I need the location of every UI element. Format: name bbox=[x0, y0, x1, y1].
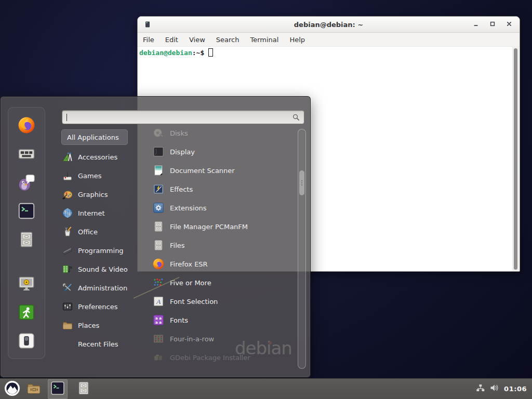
firefox-icon bbox=[152, 258, 165, 270]
menubar-item[interactable]: Terminal bbox=[250, 36, 278, 44]
window-title: debian@debian: ~ bbox=[138, 21, 520, 29]
app-item[interactable]: Extensions bbox=[139, 198, 298, 217]
accessories-icon bbox=[61, 151, 74, 163]
svg-text:A: A bbox=[156, 298, 161, 305]
taskbar-launcher[interactable] bbox=[48, 379, 68, 399]
session-button[interactable] bbox=[17, 331, 36, 351]
menu-scrollbar[interactable] bbox=[298, 129, 306, 369]
close-icon bbox=[506, 21, 512, 29]
category-item[interactable]: Administration bbox=[61, 278, 139, 297]
session-button[interactable] bbox=[17, 303, 36, 323]
category-item[interactable]: Preferences bbox=[61, 297, 139, 316]
favorite-launcher[interactable] bbox=[17, 230, 36, 250]
status-icon[interactable] bbox=[475, 383, 485, 395]
menubar-item[interactable]: Edit bbox=[165, 36, 178, 44]
favorite-launcher[interactable] bbox=[17, 173, 36, 193]
category-item[interactable]: Recent Files bbox=[61, 335, 139, 353]
menubar-item[interactable]: Help bbox=[289, 36, 305, 44]
file-cabinet-icon bbox=[17, 230, 36, 250]
app-item[interactable]: A Font Selection bbox=[139, 292, 298, 311]
menu-scrollbar-thumb[interactable] bbox=[299, 170, 304, 195]
category-item[interactable]: Internet bbox=[61, 204, 139, 222]
maximize-button[interactable] bbox=[487, 19, 498, 30]
app-item[interactable]: Four-in-a-row bbox=[139, 329, 298, 348]
menubar-item[interactable]: File bbox=[143, 36, 154, 44]
favorite-launchers bbox=[17, 116, 36, 250]
terminal-titlebar[interactable]: debian@debian: ~ bbox=[138, 17, 520, 33]
terminal-scrollbar-thumb[interactable] bbox=[514, 48, 517, 270]
category-item[interactable]: Office bbox=[61, 222, 139, 241]
app-item[interactable]: Five or More bbox=[139, 273, 298, 292]
font-selection-icon: A bbox=[152, 295, 165, 308]
taskbar-launcher[interactable] bbox=[75, 380, 92, 398]
status-icon[interactable] bbox=[489, 383, 499, 395]
application-menu: All Applications Accessories Games Graph… bbox=[0, 96, 311, 378]
clock[interactable]: 01:06 bbox=[504, 385, 527, 393]
menu-button[interactable] bbox=[3, 380, 21, 398]
category-item[interactable]: Places bbox=[61, 316, 139, 335]
close-button[interactable] bbox=[504, 19, 514, 30]
logout-icon bbox=[17, 303, 36, 323]
text-caret bbox=[66, 114, 67, 121]
app-item[interactable]: Files bbox=[139, 236, 298, 255]
administration-icon bbox=[61, 282, 74, 294]
app-item[interactable]: Firefox ESR bbox=[139, 255, 298, 273]
desktop: debian debian@debian: ~ bbox=[0, 0, 532, 399]
category-item[interactable]: Games bbox=[61, 166, 139, 185]
document-scanner-icon bbox=[152, 164, 165, 177]
preferences-icon bbox=[61, 300, 74, 313]
app-item[interactable]: GDebi Package Installer bbox=[139, 348, 298, 367]
app-item[interactable]: Document Scanner bbox=[139, 161, 298, 180]
terminal-scrollbar[interactable] bbox=[512, 47, 519, 271]
terminal-cursor bbox=[208, 48, 213, 57]
minimize-button[interactable] bbox=[471, 19, 481, 30]
search-input[interactable] bbox=[62, 110, 304, 124]
office-icon bbox=[61, 225, 74, 238]
app-item[interactable]: Display bbox=[139, 142, 298, 161]
network-icon bbox=[475, 383, 485, 395]
four-in-a-row-icon bbox=[152, 332, 165, 345]
disks-icon bbox=[152, 127, 165, 139]
category-item[interactable]: Programming bbox=[61, 241, 139, 260]
games-icon bbox=[61, 169, 74, 182]
favorites-panel bbox=[8, 107, 45, 359]
session-button[interactable] bbox=[17, 274, 36, 294]
taskbar-launcher[interactable] bbox=[25, 380, 43, 398]
pidgin-icon bbox=[17, 173, 36, 193]
internet-icon bbox=[61, 207, 74, 219]
folder-icon bbox=[26, 380, 42, 397]
taskbar: 01:06 bbox=[0, 378, 532, 399]
graphics-icon bbox=[61, 188, 74, 201]
application-list: Disks Display Document Scanner Effects bbox=[139, 124, 298, 368]
places-icon bbox=[61, 319, 74, 331]
lock-screen-icon bbox=[17, 274, 36, 295]
display-icon bbox=[152, 145, 165, 158]
effects-icon bbox=[152, 183, 165, 195]
minimize-icon bbox=[473, 21, 479, 29]
gdebi-icon bbox=[152, 351, 165, 364]
menubar-item[interactable]: View bbox=[189, 36, 205, 44]
programming-icon bbox=[61, 244, 74, 257]
session-buttons bbox=[17, 274, 36, 351]
menubar-item[interactable]: Search bbox=[216, 36, 240, 44]
file-cabinet-icon bbox=[152, 239, 165, 251]
favorite-launcher[interactable] bbox=[17, 202, 36, 221]
favorite-launcher[interactable] bbox=[17, 144, 36, 164]
prompt-path: :~$ bbox=[192, 49, 204, 57]
shutdown-icon bbox=[17, 331, 36, 352]
app-item[interactable]: Effects bbox=[139, 180, 298, 198]
extensions-icon bbox=[152, 202, 165, 214]
app-item[interactable]: Disks bbox=[139, 124, 298, 142]
firefox-icon bbox=[17, 116, 36, 136]
sound-video-icon bbox=[61, 263, 74, 275]
category-item[interactable]: Accessories bbox=[61, 148, 139, 166]
distro-menu-icon bbox=[4, 380, 20, 398]
all-applications-button[interactable]: All Applications bbox=[61, 129, 128, 145]
app-item[interactable]: File Manager PCManFM bbox=[139, 217, 298, 236]
app-item[interactable]: a aa a Fonts bbox=[139, 311, 298, 329]
prompt-user-host: debian@debian bbox=[139, 49, 192, 57]
file-cabinet-icon bbox=[76, 380, 91, 397]
favorite-launcher[interactable] bbox=[17, 116, 36, 136]
category-item[interactable]: Sound & Video bbox=[61, 260, 139, 278]
category-item[interactable]: Graphics bbox=[61, 185, 139, 204]
